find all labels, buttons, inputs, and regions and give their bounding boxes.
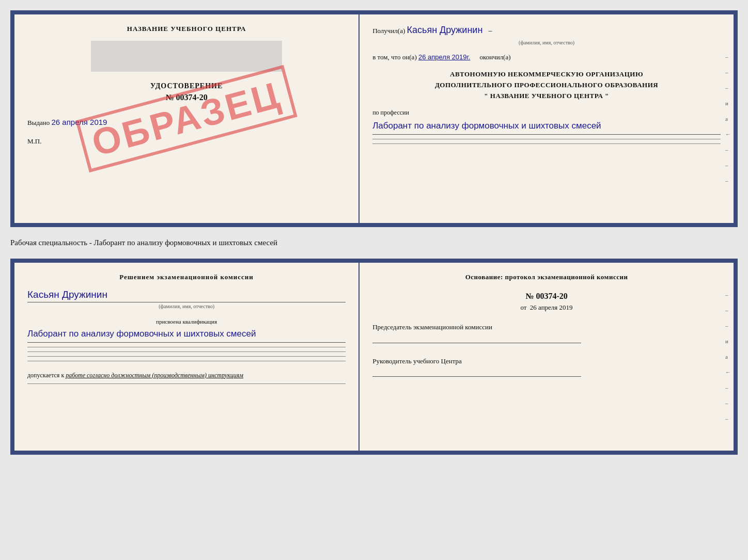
poluchil-line: Получил(а) Касьян Дружинин – [372,25,721,36]
dopuskaetsya: допускается к работе согласно должностны… [27,372,346,379]
mp-line: М.П. [27,137,346,146]
profession-line: по профессии Лаборант по анализу формово… [372,109,721,135]
vydano-date: 26 апреля 2019 [52,118,107,126]
dopusk-italic: работе согласно должностным (производств… [66,372,243,379]
kvalif-label: присвоена квалификация [27,318,346,325]
cert-number: № 00374-20 [27,93,346,102]
vtom-line: в том, что он(а) 26 апреля 2019г. окончи… [372,53,721,61]
ruk-label: Руководитель учебного Центра [372,356,721,366]
okoncil: окончил(а) [480,53,511,61]
line-sep-b4 [27,361,346,361]
top-right-panel: Получил(а) Касьян Дружинин – (фамилия, и… [360,14,734,223]
fio-hint-bottom: (фамилия, имя, отчество) [27,303,346,309]
profession-handwrite: Лаборант по анализу формовочных и шихтов… [372,119,721,135]
ot-date: от 26 апреля 2019 [372,303,721,312]
line-sep-b3 [27,356,346,357]
org-line2: ДОПОЛНИТЕЛЬНОГО ПРОФЕССИОНАЛЬНОГО ОБРАЗО… [372,80,721,91]
bottom-left-panel: Решением экзаменационной комиссии Касьян… [14,263,360,451]
predsedatel-block: Председатель экзаменационной комиссии [372,322,721,343]
specialty-line: Рабочая специальность - Лаборант по анал… [10,236,738,249]
vydano-prefix: Выдано [27,119,50,126]
org-name-block: АВТОНОМНУЮ НЕКОММЕРЧЕСКУЮ ОРГАНИЗАЦИЮ ДО… [372,69,721,101]
cert-label: УДОСТОВЕРЕНИЕ [27,82,346,90]
vtom-prefix: в том, что он(а) [372,53,417,61]
side-marks-bottom: – – – и а ← – – – [725,292,731,422]
predsedatel-label: Председатель экзаменационной комиссии [372,322,721,332]
dopusk-prefix: допускается к [27,372,64,379]
protocol-number: № 00374-20 [372,292,721,301]
fio-hint-top: (фамилия, имя, отчество) [372,40,721,45]
center-title: НАЗВАНИЕ УЧЕБНОГО ЦЕНТРА [27,25,346,33]
page-wrapper: НАЗВАНИЕ УЧЕБНОГО ЦЕНТРА УДОСТОВЕРЕНИЕ №… [10,10,738,455]
ot-prefix: от [521,303,527,311]
top-left-panel: НАЗВАНИЕ УЧЕБНОГО ЦЕНТРА УДОСТОВЕРЕНИЕ №… [14,14,360,223]
top-document: НАЗВАНИЕ УЧЕБНОГО ЦЕНТРА УДОСТОВЕРЕНИЕ №… [10,10,738,227]
ot-date-val: 26 апреля 2019 [530,303,573,311]
line-sep-1 [372,139,721,139]
side-marks-top: – – – и а ← – – – [725,54,731,184]
ruk-line [372,376,581,377]
cert-image-placeholder [91,41,282,72]
org-line1: АВТОНОМНУЮ НЕКОММЕРЧЕСКУЮ ОРГАНИЗАЦИЮ [372,69,721,80]
kvalif-handwrite: Лаборант по анализу формовочных и шихтов… [27,327,346,343]
osnovanie-title: Основание: протокол экзаменационной коми… [372,273,721,281]
bottom-document: Решением экзаменационной комиссии Касьян… [10,259,738,455]
poluchil-name: Касьян Дружинин [407,25,483,35]
poluchil-prefix: Получил(а) [372,27,405,35]
vtom-date: 26 апреля 2019г. [418,53,470,61]
org-name: " НАЗВАНИЕ УЧЕБНОГО ЦЕНТРА " [372,91,721,102]
ruk-block: Руководитель учебного Центра [372,356,721,377]
vydano-line: Выдано 26 апреля 2019 [27,118,346,127]
profession-prefix: по профессии [372,109,409,116]
bottom-right-panel: Основание: протокол экзаменационной коми… [360,263,734,451]
reshenie-title: Решением экзаменационной комиссии [27,273,346,281]
line-sep-b5 [27,383,346,384]
line-sep-2 [372,143,721,144]
predsedatel-line [372,343,581,343]
line-sep-b1 [27,347,346,347]
kasyan-name-b: Касьян Дружинин [27,289,346,302]
line-sep-b2 [27,351,346,352]
